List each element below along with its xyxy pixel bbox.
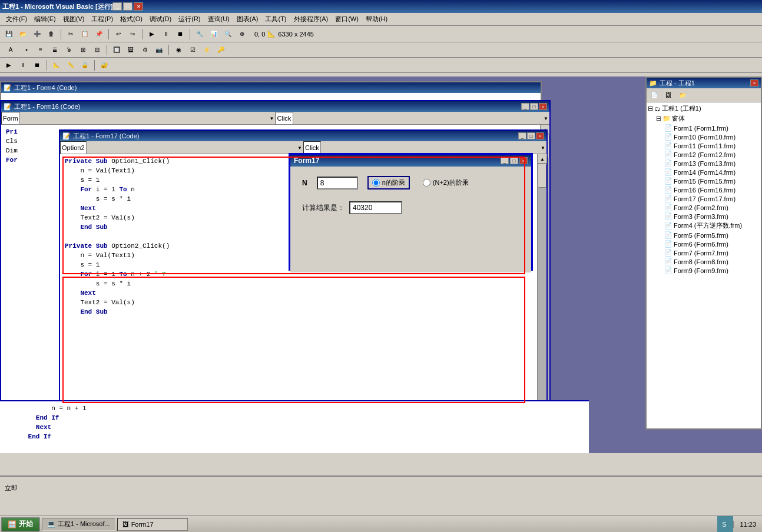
form17-code-minimize-btn[interactable]: _	[518, 132, 526, 139]
menu-chart[interactable]: 图表(A)	[233, 14, 262, 25]
restore-btn[interactable]: □	[123, 2, 132, 11]
tb-stop-icon[interactable]: ⏹	[174, 28, 187, 41]
form17-n-input[interactable]	[317, 177, 358, 189]
menu-debug[interactable]: 调试(D)	[146, 14, 175, 25]
form6-item[interactable]: 📄 Form6 (Form6.frm)	[664, 240, 760, 248]
form17-rt-max[interactable]: □	[510, 157, 518, 164]
start-button[interactable]: 🪟 开始	[1, 517, 39, 531]
tb-paste-icon[interactable]: 📌	[92, 28, 105, 41]
tb-pause-icon[interactable]: ⏸	[160, 28, 173, 41]
project-close-btn[interactable]: ×	[750, 79, 758, 87]
form16-restore-btn[interactable]: □	[530, 103, 538, 110]
form5-item[interactable]: 📄 Form5 (Form5.frm)	[664, 231, 760, 240]
form17-item[interactable]: 📄 Form17 (Form17.frm)	[664, 194, 760, 203]
tb2-btn5[interactable]: 🖱	[62, 44, 75, 56]
tb2-btn15[interactable]: 🔑	[214, 44, 227, 56]
form17-radio2[interactable]	[423, 179, 430, 187]
close-btn[interactable]: ×	[134, 2, 143, 11]
tb-redo-icon[interactable]: ↪	[126, 28, 139, 41]
tb-run-icon[interactable]: ▶	[145, 28, 158, 41]
form15-item[interactable]: 📄 Form15 (Form15.frm)	[664, 177, 760, 185]
menu-query[interactable]: 查询(U)	[204, 14, 233, 25]
tb-open-icon[interactable]: 📂	[16, 28, 29, 41]
form16-proc-dropdown[interactable]: Click	[276, 112, 293, 125]
tb-remove-icon[interactable]: 🗑	[45, 28, 58, 41]
tb3-btn4[interactable]: 📐	[50, 59, 63, 72]
proj-view-form-btn[interactable]: 🖼	[662, 89, 675, 102]
form4-item[interactable]: 📄 Form4 (平方逆序数.frm)	[664, 221, 760, 231]
menu-edit[interactable]: 编辑(E)	[31, 14, 59, 25]
form11-item[interactable]: 📄 Form11 (Form11.frm)	[664, 141, 760, 150]
minimize-btn[interactable]: _	[112, 2, 122, 11]
menu-help[interactable]: 帮助(H)	[362, 14, 391, 25]
taskbar-item-form17[interactable]: 🖼 Form17	[117, 518, 188, 531]
form14-item[interactable]: 📄 Form14 (Form14.frm)	[664, 168, 760, 177]
tb-cut-icon[interactable]: ✂	[64, 28, 77, 41]
form17-object-dropdown[interactable]: Option2	[60, 141, 87, 154]
tb2-btn12[interactable]: ◉	[172, 44, 185, 56]
tb-add-icon[interactable]: ➕	[31, 28, 44, 41]
proj-folder-btn[interactable]: 📁	[676, 89, 689, 102]
project-category[interactable]: ⊟ 📁 窗体	[656, 114, 760, 124]
tb3-btn7[interactable]: 🔐	[98, 59, 111, 72]
form17-code-close-btn[interactable]: ×	[536, 132, 544, 139]
menu-tools[interactable]: 工具(T)	[261, 14, 290, 25]
tb2-btn9[interactable]: 🖼	[124, 44, 137, 56]
form17-result-input[interactable]	[349, 201, 402, 214]
menu-addins[interactable]: 外接程序(A)	[290, 14, 332, 25]
form16-object-dropdown[interactable]: Form	[1, 112, 20, 125]
tb3-btn5[interactable]: 📏	[64, 59, 77, 72]
tb2-btn8[interactable]: 🔲	[110, 44, 123, 56]
menu-run[interactable]: 运行(R)	[175, 14, 204, 25]
tb-extra4[interactable]: ⊕	[236, 28, 249, 41]
form17-rt-min[interactable]: _	[501, 157, 509, 164]
form2-item[interactable]: 📄 Form2 (Form2.frm)	[664, 203, 760, 212]
tb3-btn6[interactable]: 🔒	[78, 59, 91, 72]
form17-scroll-up[interactable]: ▲	[538, 154, 547, 164]
menu-window[interactable]: 窗口(W)	[332, 14, 362, 25]
menu-file[interactable]: 文件(F)	[2, 14, 31, 25]
form10-item[interactable]: 📄 Form10 (Form10.frm)	[664, 132, 760, 141]
form16-close-btn[interactable]: ×	[539, 103, 547, 110]
tb3-btn1[interactable]: ▶	[2, 59, 15, 72]
tb2-btn1[interactable]: A	[2, 44, 19, 56]
form17-scroll-thumb[interactable]	[538, 164, 546, 188]
form9-item[interactable]: 📄 Form9 (Form9.frm)	[664, 266, 760, 275]
menu-format[interactable]: 格式(O)	[117, 14, 146, 25]
form16-item[interactable]: 📄 Form16 (Form16.frm)	[664, 185, 760, 194]
tb2-btn2[interactable]: ▪	[20, 44, 33, 56]
tb2-btn3[interactable]: ≡	[34, 44, 47, 56]
tb2-btn10[interactable]: ⚙	[138, 44, 151, 56]
tb2-btn7[interactable]: ⊟	[91, 44, 104, 56]
tb-extra2[interactable]: 📊	[207, 28, 220, 41]
form3-item[interactable]: 📄 Form3 (Form3.frm)	[664, 212, 760, 221]
form13-item[interactable]: 📄 Form13 (Form13.frm)	[664, 159, 760, 168]
tb-extra1[interactable]: 🔧	[193, 28, 206, 41]
tb3-btn2[interactable]: ⏸	[16, 59, 29, 72]
tb2-btn11[interactable]: 📷	[153, 44, 165, 56]
tb2-btn4[interactable]: ≣	[48, 44, 61, 56]
tb-copy-icon[interactable]: 📋	[78, 28, 91, 41]
menu-view[interactable]: 视图(V)	[59, 14, 88, 25]
tb2-btn14[interactable]: ⚡	[200, 44, 213, 56]
form16-minimize-btn[interactable]: _	[521, 103, 529, 110]
tb2-btn13[interactable]: ☑	[186, 44, 199, 56]
form7-item[interactable]: 📄 Form7 (Form7.frm)	[664, 248, 760, 257]
form17-rt-close[interactable]: ×	[519, 157, 528, 164]
taskbar-item-vb[interactable]: 💻 工程1 - Microsof...	[42, 518, 115, 531]
form17-code-restore-btn[interactable]: □	[527, 132, 535, 139]
project-root[interactable]: ⊟ 🗂 工程1 (工程1)	[648, 104, 760, 114]
menu-project[interactable]: 工程(P)	[88, 14, 117, 25]
tb3-btn3[interactable]: ⏹	[31, 59, 44, 72]
form12-item[interactable]: 📄 Form12 (Form12.frm)	[664, 150, 760, 159]
proj-view-code-btn[interactable]: 📄	[648, 89, 661, 102]
tb-save-icon[interactable]: 💾	[2, 28, 15, 41]
form1-item[interactable]: 📄 Form1 (Form1.frm)	[664, 124, 760, 132]
form8-item[interactable]: 📄 Form8 (Form8.frm)	[664, 257, 760, 266]
form17-radio1[interactable]	[372, 179, 380, 187]
tb-undo-icon[interactable]: ↩	[112, 28, 125, 41]
tb2-btn6[interactable]: ⊞	[77, 44, 90, 56]
tb-extra3[interactable]: 🔍	[221, 28, 234, 41]
form17-runtime-window[interactable]: Form17 _ □ × N n的阶乘	[289, 153, 533, 271]
form17-proc-dropdown[interactable]: Click	[303, 141, 321, 154]
